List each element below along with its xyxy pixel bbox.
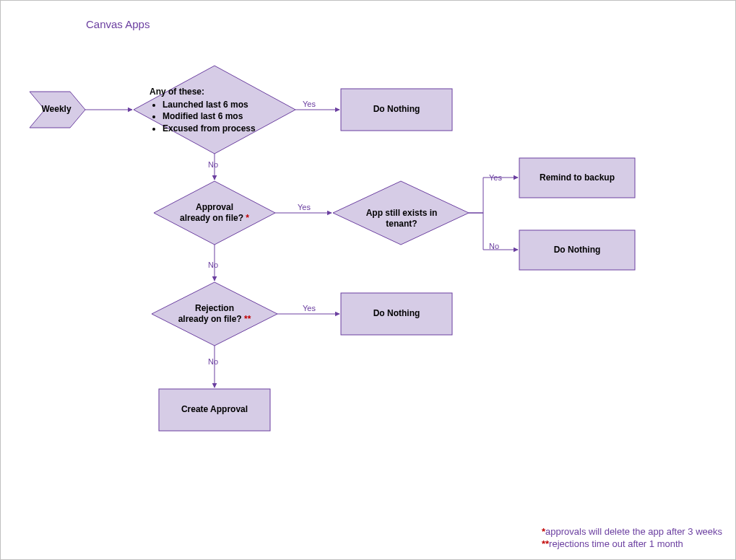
process-remind-backup xyxy=(519,158,635,198)
footnotes: *approvals will delete the app after 3 w… xyxy=(542,525,722,551)
process-do-nothing-2 xyxy=(519,230,635,270)
edge-label-d4-yes: Yes xyxy=(303,304,316,312)
edge-label-d2-yes: Yes xyxy=(298,203,311,211)
flowchart-canvas: Canvas Apps xyxy=(0,0,736,560)
process-do-nothing-1 xyxy=(341,89,452,131)
start-chevron xyxy=(30,92,85,128)
process-do-nothing-3 xyxy=(341,293,452,335)
decision-app-still-exists xyxy=(333,181,469,245)
decision-rejection-on-file xyxy=(152,282,277,346)
process-create-approval xyxy=(159,389,270,431)
edge-label-d3-yes: Yes xyxy=(489,173,502,182)
decision-approval-on-file xyxy=(154,181,275,245)
edge-label-d1-no: No xyxy=(208,160,218,169)
edge-label-d2-no: No xyxy=(208,261,218,269)
edge-label-d1-yes: Yes xyxy=(303,100,316,108)
flowchart-svg xyxy=(1,1,736,560)
edge-label-d4-no: No xyxy=(208,357,218,366)
decision-any-of-these-text: Any of these: Launched last 6 mos Modifi… xyxy=(150,86,287,134)
edge-label-d3-no: No xyxy=(489,242,499,250)
